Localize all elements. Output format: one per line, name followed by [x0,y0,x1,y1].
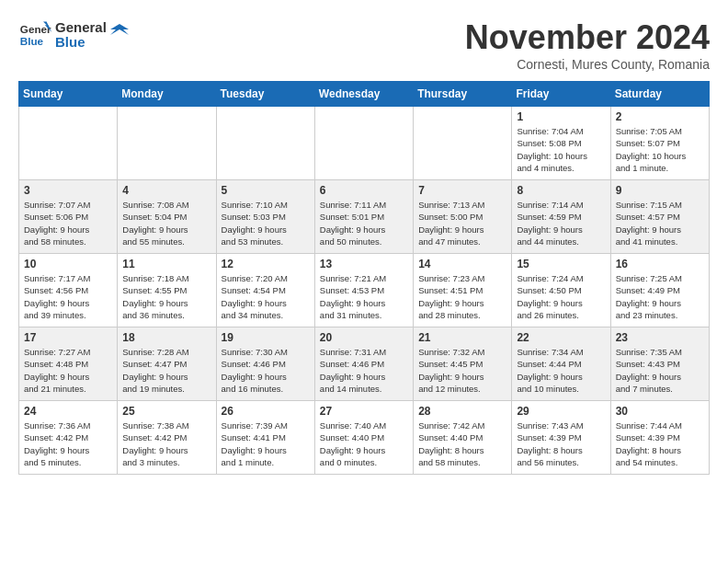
day-number: 14 [418,258,506,270]
calendar-cell: 24Sunrise: 7:36 AM Sunset: 4:42 PM Dayli… [19,401,118,475]
calendar-cell: 14Sunrise: 7:23 AM Sunset: 4:51 PM Dayli… [414,254,512,327]
calendar-cell: 2Sunrise: 7:05 AM Sunset: 5:07 PM Daylig… [610,107,709,180]
day-info: Sunrise: 7:10 AM Sunset: 5:03 PM Dayligh… [222,199,310,247]
day-number: 15 [517,258,605,270]
logo-blue: Blue [55,35,129,51]
calendar-cell: 8Sunrise: 7:14 AM Sunset: 4:59 PM Daylig… [512,180,610,254]
day-info: Sunrise: 7:23 AM Sunset: 4:51 PM Dayligh… [418,272,506,321]
day-number: 29 [517,405,605,418]
calendar-cell: 25Sunrise: 7:38 AM Sunset: 4:42 PM Dayli… [118,401,216,475]
day-info: Sunrise: 7:28 AM Sunset: 4:47 PM Dayligh… [122,346,210,395]
day-info: Sunrise: 7:31 AM Sunset: 4:46 PM Dayligh… [320,346,408,395]
calendar-cell [414,107,512,180]
calendar-cell: 12Sunrise: 7:20 AM Sunset: 4:54 PM Dayli… [216,254,314,327]
calendar-week-row: 1Sunrise: 7:04 AM Sunset: 5:08 PM Daylig… [19,107,710,180]
calendar-cell: 17Sunrise: 7:27 AM Sunset: 4:48 PM Dayli… [19,327,118,401]
logo: General Blue General Blue [18,18,129,52]
day-number: 25 [122,405,210,418]
day-number: 8 [517,184,605,197]
calendar-cell: 10Sunrise: 7:17 AM Sunset: 4:56 PM Dayli… [19,254,118,327]
day-info: Sunrise: 7:14 AM Sunset: 4:59 PM Dayligh… [517,199,605,247]
day-number: 27 [320,405,408,418]
day-info: Sunrise: 7:20 AM Sunset: 4:54 PM Dayligh… [222,272,310,321]
day-info: Sunrise: 7:40 AM Sunset: 4:40 PM Dayligh… [320,419,408,468]
day-number: 9 [616,184,704,197]
calendar-cell: 3Sunrise: 7:07 AM Sunset: 5:06 PM Daylig… [19,180,118,254]
calendar-cell: 27Sunrise: 7:40 AM Sunset: 4:40 PM Dayli… [314,401,413,475]
weekday-header-tuesday: Tuesday [216,82,314,107]
day-number: 4 [122,184,210,197]
day-info: Sunrise: 7:42 AM Sunset: 4:40 PM Dayligh… [418,419,506,468]
day-info: Sunrise: 7:39 AM Sunset: 4:41 PM Dayligh… [222,419,310,468]
day-number: 2 [616,110,704,123]
calendar-cell: 28Sunrise: 7:42 AM Sunset: 4:40 PM Dayli… [414,401,512,475]
calendar-cell: 11Sunrise: 7:18 AM Sunset: 4:55 PM Dayli… [118,254,216,327]
title-block: November 2024 Cornesti, Mures County, Ro… [465,18,710,72]
weekday-header-sunday: Sunday [19,82,118,107]
day-number: 30 [616,405,704,418]
day-number: 12 [222,258,310,270]
calendar-cell: 4Sunrise: 7:08 AM Sunset: 5:04 PM Daylig… [118,180,216,254]
day-number: 5 [222,184,310,197]
day-number: 22 [517,331,605,344]
day-info: Sunrise: 7:34 AM Sunset: 4:44 PM Dayligh… [517,346,605,395]
logo-icon: General Blue [18,18,51,52]
day-info: Sunrise: 7:32 AM Sunset: 4:45 PM Dayligh… [418,346,506,395]
day-info: Sunrise: 7:08 AM Sunset: 5:04 PM Dayligh… [122,199,210,247]
calendar-cell: 26Sunrise: 7:39 AM Sunset: 4:41 PM Dayli… [216,401,314,475]
calendar-cell: 15Sunrise: 7:24 AM Sunset: 4:50 PM Dayli… [512,254,610,327]
day-info: Sunrise: 7:15 AM Sunset: 4:57 PM Dayligh… [616,199,704,247]
weekday-header-saturday: Saturday [610,82,709,107]
day-info: Sunrise: 7:21 AM Sunset: 4:53 PM Dayligh… [320,272,408,321]
day-info: Sunrise: 7:11 AM Sunset: 5:01 PM Dayligh… [320,199,408,247]
calendar-table: SundayMondayTuesdayWednesdayThursdayFrid… [18,81,710,475]
page-header: General Blue General Blue November 2024 … [18,18,710,72]
day-number: 7 [418,184,506,197]
svg-text:Blue: Blue [20,35,44,47]
day-number: 11 [122,258,210,270]
weekday-header-wednesday: Wednesday [314,82,413,107]
calendar-cell: 13Sunrise: 7:21 AM Sunset: 4:53 PM Dayli… [314,254,413,327]
calendar-cell [118,107,216,180]
calendar-cell: 1Sunrise: 7:04 AM Sunset: 5:08 PM Daylig… [512,107,610,180]
day-info: Sunrise: 7:05 AM Sunset: 5:07 PM Dayligh… [616,125,704,174]
day-info: Sunrise: 7:24 AM Sunset: 4:50 PM Dayligh… [517,272,605,321]
day-number: 26 [222,405,310,418]
calendar-week-row: 10Sunrise: 7:17 AM Sunset: 4:56 PM Dayli… [19,254,710,327]
day-info: Sunrise: 7:44 AM Sunset: 4:39 PM Dayligh… [616,419,704,468]
day-number: 13 [320,258,408,270]
calendar-cell: 9Sunrise: 7:15 AM Sunset: 4:57 PM Daylig… [610,180,709,254]
logo-general: General [55,20,129,36]
day-number: 18 [122,331,210,344]
day-info: Sunrise: 7:36 AM Sunset: 4:42 PM Dayligh… [24,419,112,468]
calendar-cell: 16Sunrise: 7:25 AM Sunset: 4:49 PM Dayli… [610,254,709,327]
calendar-week-row: 3Sunrise: 7:07 AM Sunset: 5:06 PM Daylig… [19,180,710,254]
day-number: 1 [517,110,605,123]
calendar-week-row: 17Sunrise: 7:27 AM Sunset: 4:48 PM Dayli… [19,327,710,401]
day-number: 19 [222,331,310,344]
day-info: Sunrise: 7:38 AM Sunset: 4:42 PM Dayligh… [122,419,210,468]
logo-bird-icon [110,22,129,35]
weekday-header-friday: Friday [512,82,610,107]
calendar-cell: 19Sunrise: 7:30 AM Sunset: 4:46 PM Dayli… [216,327,314,401]
day-number: 20 [320,331,408,344]
day-number: 3 [24,184,112,197]
day-number: 17 [24,331,112,344]
day-info: Sunrise: 7:43 AM Sunset: 4:39 PM Dayligh… [517,419,605,468]
calendar-cell: 20Sunrise: 7:31 AM Sunset: 4:46 PM Dayli… [314,327,413,401]
calendar-cell: 29Sunrise: 7:43 AM Sunset: 4:39 PM Dayli… [512,401,610,475]
day-number: 28 [418,405,506,418]
day-info: Sunrise: 7:18 AM Sunset: 4:55 PM Dayligh… [122,272,210,321]
day-info: Sunrise: 7:27 AM Sunset: 4:48 PM Dayligh… [24,346,112,395]
calendar-cell: 22Sunrise: 7:34 AM Sunset: 4:44 PM Dayli… [512,327,610,401]
month-title: November 2024 [465,18,710,57]
weekday-header-monday: Monday [118,82,216,107]
calendar-cell: 7Sunrise: 7:13 AM Sunset: 5:00 PM Daylig… [414,180,512,254]
day-number: 10 [24,258,112,270]
day-number: 23 [616,331,704,344]
calendar-cell [19,107,118,180]
day-number: 21 [418,331,506,344]
calendar-week-row: 24Sunrise: 7:36 AM Sunset: 4:42 PM Dayli… [19,401,710,475]
weekday-header-thursday: Thursday [414,82,512,107]
day-info: Sunrise: 7:17 AM Sunset: 4:56 PM Dayligh… [24,272,112,321]
